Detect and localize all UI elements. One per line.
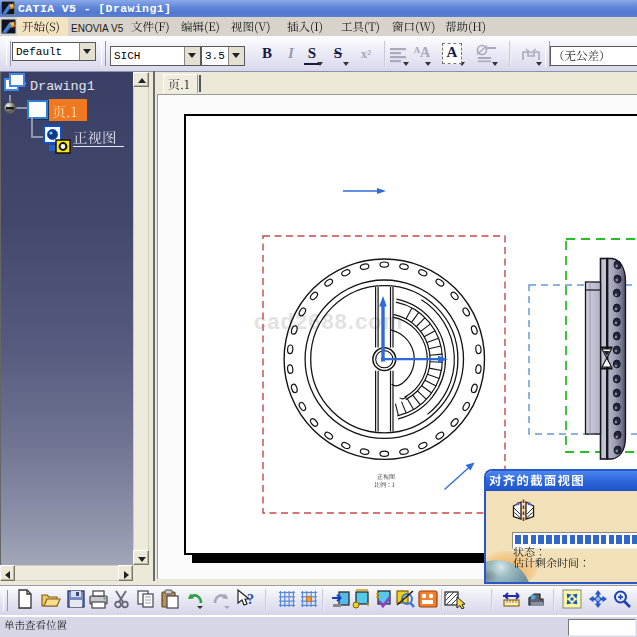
svg-text:?: ? bbox=[247, 592, 254, 607]
